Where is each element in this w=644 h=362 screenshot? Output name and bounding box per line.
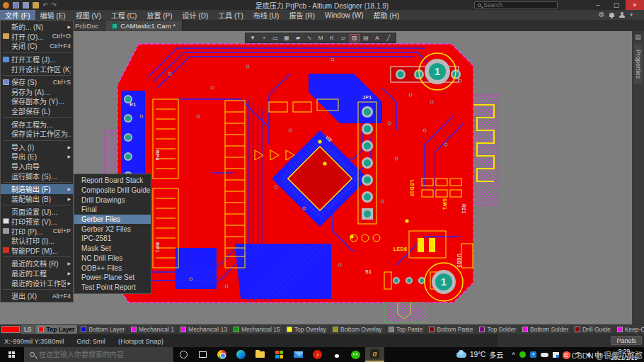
layer-tab-top-layer[interactable]: Top Layer — [35, 325, 77, 334]
edge-taskbar-button[interactable] — [231, 347, 251, 362]
tab-pcbdoc[interactable]: PcbDoc — [69, 21, 105, 31]
start-button[interactable] — [0, 347, 24, 362]
bell-icon[interactable] — [609, 13, 614, 17]
text-tool-icon[interactable]: A — [372, 34, 382, 43]
copy-tool-icon[interactable]: ▱ — [338, 34, 348, 43]
snip-tool-tray-icon[interactable] — [553, 352, 559, 358]
file-menu-item-page-setup[interactable]: 页面设置 (U)... — [1, 207, 73, 217]
menu-place[interactable]: 放置 (P) — [142, 10, 177, 20]
file-menu-item-save[interactable]: 保存 (S)Ctrl+S — [1, 77, 73, 87]
layer-tab-drill-guide[interactable]: Drill Guide — [572, 325, 614, 334]
menu-file[interactable]: 文件 (F) — [0, 10, 35, 20]
submenu-item-odb-files[interactable]: ODB++ Files — [74, 263, 151, 273]
layer-tab-mechanical-15[interactable]: Mechanical 15 — [231, 325, 283, 334]
file-menu-item-open-project[interactable]: 打开工程 (J)... — [1, 55, 73, 64]
menu-reports[interactable]: 报告 (R) — [284, 10, 320, 20]
submenu-item-power-plane-set[interactable]: Power-Plane Set — [74, 273, 151, 283]
file-menu-item-fabrication-outputs[interactable]: 制造输出 (F)▶ — [1, 184, 73, 194]
music-taskbar-button[interactable]: ♪ — [308, 347, 327, 362]
menu-view[interactable]: 视图 (V) — [71, 10, 106, 20]
weather-widget[interactable]: 19°C 多云 — [451, 349, 509, 360]
chrome-taskbar-button[interactable] — [212, 347, 231, 362]
chevron-up-tray-icon[interactable]: ^ — [512, 351, 515, 358]
file-menu-item-recent-workspaces[interactable]: 最近的设计工作区▶ — [1, 278, 73, 288]
taskbar-clock[interactable]: 9:29 2021/1/15 — [604, 348, 644, 361]
file-menu-item-export[interactable]: 导出 (E)▶ — [1, 152, 73, 162]
table-tool-icon[interactable]: ▤ — [361, 34, 371, 43]
filter-tool-icon[interactable]: ▼ — [248, 34, 258, 43]
menu-project[interactable]: 工程 (C) — [106, 10, 142, 20]
file-menu-item-default-prints[interactable]: 默认打印 (I)... — [1, 236, 73, 246]
user-icon[interactable] — [619, 12, 625, 18]
macro-tool-icon[interactable]: M — [316, 34, 326, 43]
menu-help[interactable]: 帮助 (H) — [369, 10, 405, 20]
close-button[interactable]: × — [626, 0, 644, 10]
polygon-tool-icon[interactable]: ▰ — [293, 34, 303, 43]
layer-tab-keep-out-layer[interactable]: Keep-Out Layer — [614, 325, 644, 334]
open-folder-icon[interactable] — [33, 2, 39, 9]
file-menu-item-save-copy-as[interactable]: 保存副本为 (Y)... — [1, 96, 73, 106]
layer-tab-bottom-solder[interactable]: Bottom Solder — [519, 325, 571, 334]
submenu-item-gerber-files[interactable]: Gerber Files — [74, 215, 151, 225]
file-menu-item-import[interactable]: 导入 (I)▶ — [1, 142, 73, 152]
file-explorer-taskbar-button[interactable] — [251, 347, 270, 362]
file-menu-item-smart-pdf[interactable]: 智能PDF (M)... — [1, 245, 73, 255]
submenu-item-test-point-report[interactable]: Test Point Report — [74, 283, 151, 293]
file-menu-item-save-project-as[interactable]: 保存工程为... — [1, 119, 73, 129]
select-tool-icon[interactable]: + — [259, 34, 269, 43]
save-all-icon[interactable] — [23, 2, 29, 9]
redo-icon[interactable]: ↷ — [52, 2, 57, 9]
layer-tab-bottom-overlay[interactable]: Bottom Overlay — [330, 325, 385, 334]
menu-route[interactable]: 布线 (U) — [248, 10, 284, 20]
line-tool-icon[interactable]: ╱ — [384, 34, 393, 43]
file-menu-item-recent-documents[interactable]: 最近的文档 (R)▶ — [1, 259, 73, 268]
app-star-tray-icon[interactable]: ✦ — [530, 351, 536, 358]
file-menu-item-save-all[interactable]: 全部保存 (L) — [1, 106, 73, 116]
cortana-taskbar-button[interactable] — [174, 347, 193, 362]
submenu-item-drill-drawings[interactable]: Drill Drawings — [74, 195, 151, 205]
file-menu-item-open[interactable]: 打开 (O)...Ctrl+O — [1, 32, 73, 42]
search-input[interactable] — [483, 1, 547, 9]
search-box[interactable] — [474, 1, 558, 9]
file-menu-item-print[interactable]: 打印 (P)...Ctrl+P — [1, 226, 73, 236]
panel-menu-icon[interactable]: ▤ — [635, 33, 641, 40]
menu-window[interactable]: Window (W) — [320, 10, 368, 20]
file-menu-item-recent-projects[interactable]: 最近的工程▶ — [1, 268, 73, 278]
layer-tab-bottom-layer[interactable]: Bottom Layer — [78, 325, 127, 334]
film-tool-icon[interactable]: ▨ — [350, 34, 360, 43]
submenu-item-mask-set[interactable]: Mask Set — [74, 244, 151, 254]
layer-tab-top-paste[interactable]: Top Paste — [386, 325, 426, 334]
tab-camtastic[interactable]: CAMtastic1.Cam * — [105, 21, 183, 31]
battery-tray-icon[interactable] — [563, 353, 570, 357]
file-menu-item-exit[interactable]: 退出 (X)Alt+F4 — [1, 291, 73, 301]
file-menu-item-open-design-workspace[interactable]: 打开设计工作区 (K)... — [1, 64, 73, 74]
volume-tray-icon[interactable] — [586, 352, 590, 358]
network-tray-icon[interactable] — [575, 352, 582, 357]
taskbar-search-box[interactable] — [24, 347, 174, 362]
submenu-item-final[interactable]: Final — [74, 205, 151, 215]
zoom-window-tool-icon[interactable]: ▭ — [270, 34, 280, 43]
store-taskbar-button[interactable] — [270, 347, 289, 362]
submenu-item-composite-drill-guide[interactable]: Composite Drill Guide — [74, 186, 151, 196]
minimize-button[interactable]: – — [589, 0, 607, 10]
ime-tray-icon[interactable]: 中 — [594, 349, 602, 360]
layer-set-tab[interactable]: LS — [21, 325, 35, 334]
layer-tab-top-solder[interactable]: Top Solder — [476, 325, 519, 334]
query-tool-icon[interactable]: ▦ — [282, 34, 292, 43]
file-menu-item-run-script[interactable]: 运行脚本 (S)... — [1, 171, 73, 181]
qq-taskbar-button[interactable] — [327, 347, 346, 362]
submenu-item-ipc-2581[interactable]: IPC-2581 — [74, 234, 151, 244]
layer-tab-mechanical-1[interactable]: Mechanical 1 — [128, 325, 177, 334]
wechat-tray-tray-icon[interactable] — [519, 351, 526, 358]
layer-tab-top-overlay[interactable]: Top Overlay — [284, 325, 329, 334]
menu-edit[interactable]: 编辑 (E) — [35, 10, 71, 20]
onedrive-tray-icon[interactable] — [541, 353, 548, 357]
save-icon[interactable] — [13, 2, 19, 9]
panels-button[interactable]: Panels — [611, 336, 642, 345]
net-tool-icon[interactable]: ∿ — [304, 34, 314, 43]
file-menu-item-import-wizard[interactable]: 导入向导 — [1, 162, 73, 171]
file-menu-item-save-workspace-as[interactable]: 保存设计工作区为... — [1, 129, 73, 139]
layer-tab-bottom-paste[interactable]: Bottom Paste — [426, 325, 476, 334]
gear-icon[interactable]: ⚙ — [599, 11, 605, 18]
mail-taskbar-button[interactable] — [289, 347, 308, 362]
